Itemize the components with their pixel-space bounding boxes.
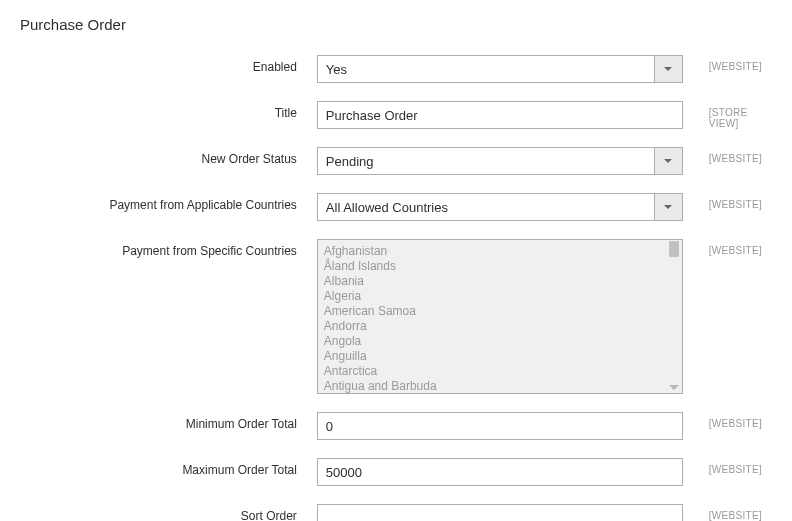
row-new-order-status: New Order Status Pending [WEBSITE] bbox=[20, 147, 772, 175]
scope-specific-countries: [WEBSITE] bbox=[683, 239, 772, 256]
specific-countries-multiselect[interactable]: Afghanistan Åland Islands Albania Algeri… bbox=[317, 239, 683, 394]
list-item[interactable]: Albania bbox=[324, 274, 676, 289]
max-order-total-input[interactable] bbox=[317, 458, 683, 486]
chevron-down-icon bbox=[654, 148, 682, 174]
scope-new-order-status: [WEBSITE] bbox=[683, 147, 772, 164]
scope-title: [STORE VIEW] bbox=[683, 101, 772, 129]
list-item[interactable]: Åland Islands bbox=[324, 259, 676, 274]
scrollbar[interactable] bbox=[667, 241, 681, 392]
row-title: Title [STORE VIEW] bbox=[20, 101, 772, 129]
scope-applicable-countries: [WEBSITE] bbox=[683, 193, 772, 210]
new-order-status-value: Pending bbox=[326, 154, 374, 169]
min-order-total-input[interactable] bbox=[317, 412, 683, 440]
specific-countries-options: Afghanistan Åland Islands Albania Algeri… bbox=[324, 244, 676, 394]
sort-order-input[interactable] bbox=[317, 504, 683, 521]
chevron-down-icon bbox=[654, 56, 682, 82]
label-applicable-countries: Payment from Applicable Countries bbox=[20, 193, 317, 212]
label-sort-order: Sort Order bbox=[20, 504, 317, 521]
list-item[interactable]: Andorra bbox=[324, 319, 676, 334]
scrollbar-thumb[interactable] bbox=[669, 241, 679, 257]
list-item[interactable]: American Samoa bbox=[324, 304, 676, 319]
applicable-countries-value: All Allowed Countries bbox=[326, 200, 448, 215]
label-specific-countries: Payment from Specific Countries bbox=[20, 239, 317, 258]
scope-max-order-total: [WEBSITE] bbox=[683, 458, 772, 475]
label-min-order-total: Minimum Order Total bbox=[20, 412, 317, 431]
scope-min-order-total: [WEBSITE] bbox=[683, 412, 772, 429]
label-enabled: Enabled bbox=[20, 55, 317, 74]
title-input[interactable] bbox=[317, 101, 683, 129]
section-title: Purchase Order bbox=[20, 16, 772, 33]
chevron-down-icon bbox=[654, 194, 682, 220]
row-applicable-countries: Payment from Applicable Countries All Al… bbox=[20, 193, 772, 221]
row-min-order-total: Minimum Order Total [WEBSITE] bbox=[20, 412, 772, 440]
scope-sort-order: [WEBSITE] bbox=[683, 504, 772, 521]
row-specific-countries: Payment from Specific Countries Afghanis… bbox=[20, 239, 772, 394]
row-sort-order: Sort Order [WEBSITE] bbox=[20, 504, 772, 521]
list-item[interactable]: Algeria bbox=[324, 289, 676, 304]
new-order-status-select[interactable]: Pending bbox=[317, 147, 683, 175]
list-item[interactable]: Antigua and Barbuda bbox=[324, 379, 676, 394]
scope-enabled: [WEBSITE] bbox=[683, 55, 772, 72]
list-item[interactable]: Angola bbox=[324, 334, 676, 349]
chevron-down-icon bbox=[669, 385, 679, 390]
enabled-select[interactable]: Yes bbox=[317, 55, 683, 83]
label-max-order-total: Maximum Order Total bbox=[20, 458, 317, 477]
label-title: Title bbox=[20, 101, 317, 120]
label-new-order-status: New Order Status bbox=[20, 147, 317, 166]
list-item[interactable]: Anguilla bbox=[324, 349, 676, 364]
list-item[interactable]: Antarctica bbox=[324, 364, 676, 379]
enabled-select-value: Yes bbox=[326, 62, 347, 77]
applicable-countries-select[interactable]: All Allowed Countries bbox=[317, 193, 683, 221]
list-item[interactable]: Afghanistan bbox=[324, 244, 676, 259]
row-max-order-total: Maximum Order Total [WEBSITE] bbox=[20, 458, 772, 486]
row-enabled: Enabled Yes [WEBSITE] bbox=[20, 55, 772, 83]
